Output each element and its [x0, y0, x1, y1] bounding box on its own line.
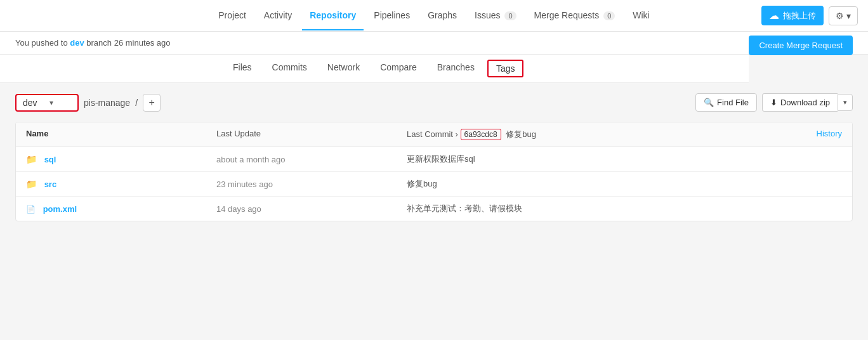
gear-settings-button[interactable]: ⚙ ▾: [829, 6, 858, 25]
push-notification-bar: You pushed to dev branch 26 minutes ago …: [0, 32, 868, 55]
push-message-post: branch 26 minutes ago: [86, 38, 170, 48]
tab-tags[interactable]: Tags: [487, 60, 524, 77]
col-header-last-update: Last Update: [216, 129, 407, 140]
nav-pipelines[interactable]: Pipelines: [366, 1, 418, 30]
tab-files[interactable]: Files: [223, 55, 262, 82]
path-slash: /: [135, 98, 138, 108]
file-name-cell: 📁 src: [26, 179, 216, 189]
table-row: 📁 src 23 minutes ago 修复bug: [16, 172, 852, 197]
commit-msg-pomxml: 补充单元测试：考勤、请假模块: [407, 203, 779, 214]
branch-chevron-icon: ▾: [49, 98, 71, 107]
nav-graphs[interactable]: Graphs: [420, 1, 464, 30]
add-file-button[interactable]: +: [143, 94, 161, 112]
push-branch-link[interactable]: dev: [70, 38, 84, 48]
latest-commit-hash[interactable]: 6a93cdc8: [461, 129, 501, 140]
nav-wiki[interactable]: Wiki: [625, 1, 657, 30]
main-content: dev ▾ pis-manage / + 🔍 Find File ⬇ Downl…: [0, 83, 868, 232]
file-name-cell: 📁 sql: [26, 154, 216, 164]
file-link-pomxml[interactable]: pom.xml: [43, 204, 77, 214]
commit-msg-sql: 更新权限数据库sql: [407, 154, 779, 165]
download-group: ⬇ Download zip ▾: [762, 93, 853, 112]
last-update-pomxml: 14 days ago: [216, 204, 407, 214]
download-zip-button[interactable]: ⬇ Download zip: [762, 93, 838, 112]
col-header-name: Name: [26, 129, 216, 140]
nav-activity[interactable]: Activity: [256, 1, 299, 30]
table-header: Name Last Update Last Commit › 6a93cdc8 …: [16, 122, 852, 147]
table-row: 📄 pom.xml 14 days ago 补充单元测试：考勤、请假模块: [16, 197, 852, 221]
file-link-src[interactable]: src: [44, 180, 57, 189]
nav-repository[interactable]: Repository: [302, 1, 364, 30]
search-icon: 🔍: [704, 98, 714, 107]
file-name-cell: 📄 pom.xml: [26, 204, 216, 214]
upload-button[interactable]: ☁ 拖拽上传: [761, 6, 824, 25]
file-table: Name Last Update Last Commit › 6a93cdc8 …: [15, 122, 853, 221]
nav-merge-requests[interactable]: Merge Requests 0: [527, 1, 623, 30]
top-nav-links: Project Activity Repository Pipelines Gr…: [211, 1, 657, 30]
branch-name: dev: [23, 98, 44, 108]
gear-caret-icon: ▾: [846, 11, 851, 21]
create-merge-request-button[interactable]: Create Merge Request: [749, 36, 853, 55]
table-row: 📁 sql about a month ago 更新权限数据库sql: [16, 147, 852, 172]
download-caret-button[interactable]: ▾: [838, 94, 853, 111]
repo-path: pis-manage: [84, 98, 130, 108]
issues-badge: 0: [504, 11, 516, 20]
tab-commits[interactable]: Commits: [262, 55, 317, 82]
repo-tab-bar: Files Commits Network Compare Branches T…: [0, 55, 749, 83]
nav-project[interactable]: Project: [211, 1, 254, 30]
col-header-history[interactable]: History: [779, 129, 842, 140]
branch-bar-right: 🔍 Find File ⬇ Download zip ▾: [695, 93, 853, 112]
commit-msg-src: 修复bug: [407, 178, 779, 190]
last-update-sql: about a month ago: [216, 155, 407, 164]
cloud-upload-icon: ☁: [769, 10, 779, 22]
tab-compare[interactable]: Compare: [370, 55, 427, 82]
download-caret-icon: ▾: [843, 98, 847, 106]
folder-icon: 📁: [26, 154, 37, 164]
find-file-button[interactable]: 🔍 Find File: [695, 93, 757, 112]
push-message-pre: You pushed to: [15, 38, 70, 48]
last-update-src: 23 minutes ago: [216, 180, 407, 189]
file-icon: 📄: [26, 205, 36, 214]
latest-commit-msg: 修复bug: [506, 129, 536, 139]
tab-network[interactable]: Network: [317, 55, 370, 82]
gear-icon: ⚙: [836, 11, 844, 21]
merge-requests-badge: 0: [603, 11, 615, 20]
nav-issues[interactable]: Issues 0: [467, 1, 523, 30]
col-header-last-commit: Last Commit › 6a93cdc8 修复bug: [407, 129, 779, 140]
top-nav-right-actions: ☁ 拖拽上传 ⚙ ▾: [761, 6, 858, 25]
top-navigation: Project Activity Repository Pipelines Gr…: [0, 0, 868, 32]
branch-bar: dev ▾ pis-manage / + 🔍 Find File ⬇ Downl…: [15, 93, 853, 112]
tab-branches[interactable]: Branches: [427, 55, 485, 82]
download-icon: ⬇: [770, 98, 777, 107]
commit-arrow: ›: [456, 129, 461, 139]
file-link-sql[interactable]: sql: [44, 155, 56, 164]
branch-selector[interactable]: dev ▾: [15, 94, 79, 112]
folder-icon: 📁: [26, 179, 37, 189]
